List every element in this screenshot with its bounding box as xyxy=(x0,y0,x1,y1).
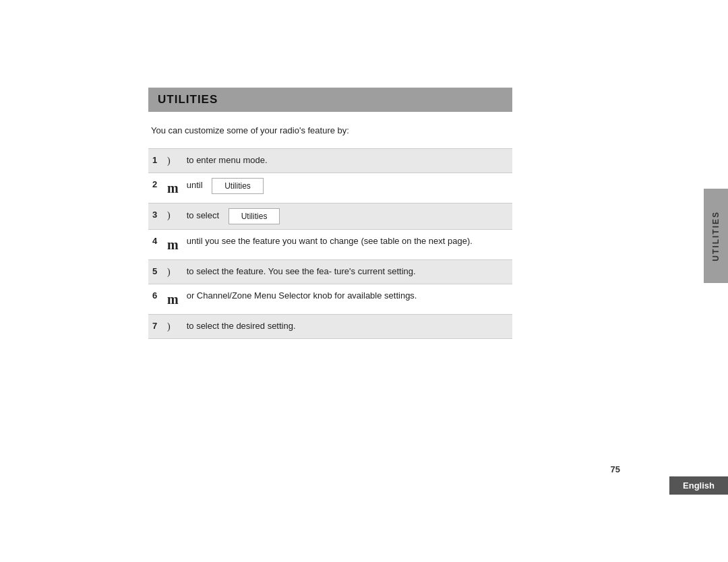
step-icon: ) xyxy=(163,148,183,173)
step-number: 6 xyxy=(148,284,163,314)
step-desc: or Channel/Zone Menu Selector knob for a… xyxy=(183,284,512,314)
table-row: 1)to enter menu mode. xyxy=(148,148,512,173)
intro-text: You can customize some of your radio's f… xyxy=(148,124,512,137)
step-desc: until you see the feature you want to ch… xyxy=(183,229,512,259)
step-desc: to enter menu mode. xyxy=(183,148,512,173)
page-container: UTILITIES You can customize some of your… xyxy=(0,0,728,562)
step-number: 3 xyxy=(148,203,163,229)
table-row: 4muntil you see the feature you want to … xyxy=(148,229,512,259)
table-row: 2muntil Utilities xyxy=(148,173,512,203)
table-row: 3)to select Utilities xyxy=(148,203,512,229)
step-icon: ) xyxy=(163,314,183,338)
step-number: 2 xyxy=(148,173,163,203)
table-row: 5)to select the feature. You see the fea… xyxy=(148,259,512,284)
step-number: 4 xyxy=(148,229,163,259)
english-badge: English xyxy=(669,476,728,495)
step-number: 7 xyxy=(148,314,163,338)
table-row: 7)to select the desired setting. xyxy=(148,314,512,338)
step-icon: m xyxy=(163,229,183,259)
step-desc: until Utilities xyxy=(183,173,512,203)
step-desc: to select the feature. You see the fea- … xyxy=(183,259,512,284)
page-title: UTILITIES xyxy=(158,93,503,106)
step-icon: m xyxy=(163,173,183,203)
steps-table: 1)to enter menu mode.2muntil Utilities3)… xyxy=(148,148,512,339)
main-content: UTILITIES You can customize some of your… xyxy=(148,88,512,339)
side-tab: UTILITIES xyxy=(704,189,728,283)
step-badge: Utilities xyxy=(212,178,264,194)
side-tab-label: UTILITIES xyxy=(711,211,721,261)
step-icon: ) xyxy=(163,203,183,229)
page-number: 75 xyxy=(611,464,620,474)
step-number: 5 xyxy=(148,259,163,284)
step-desc: to select Utilities xyxy=(183,203,512,229)
title-bar: UTILITIES xyxy=(148,88,512,112)
step-desc: to select the desired setting. xyxy=(183,314,512,338)
step-number: 1 xyxy=(148,148,163,173)
table-row: 6mor Channel/Zone Menu Selector knob for… xyxy=(148,284,512,314)
step-badge: Utilities xyxy=(229,208,280,224)
step-icon: m xyxy=(163,284,183,314)
step-icon: ) xyxy=(163,259,183,284)
